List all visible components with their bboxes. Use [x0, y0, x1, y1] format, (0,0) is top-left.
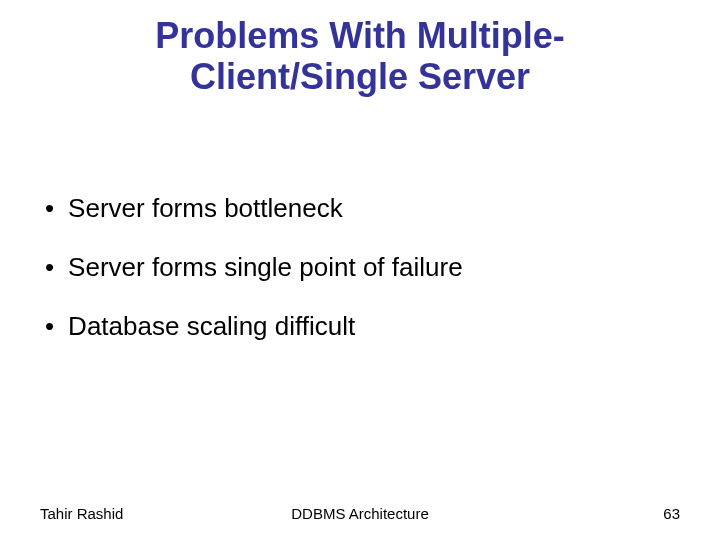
- bullet-text: Database scaling difficult: [68, 311, 355, 342]
- footer-page-number: 63: [663, 505, 680, 522]
- bullet-icon: •: [45, 311, 54, 342]
- slide-footer: Tahir Rashid DDBMS Architecture 63: [0, 505, 720, 522]
- list-item: • Server forms single point of failure: [45, 252, 680, 283]
- slide-container: Problems With Multiple-Client/Single Ser…: [0, 0, 720, 540]
- bullet-icon: •: [45, 252, 54, 283]
- bullet-text: Server forms bottleneck: [68, 193, 343, 224]
- bullet-list: • Server forms bottleneck • Server forms…: [40, 193, 680, 371]
- list-item: • Server forms bottleneck: [45, 193, 680, 224]
- list-item: • Database scaling difficult: [45, 311, 680, 342]
- footer-author: Tahir Rashid: [40, 505, 123, 522]
- footer-topic: DDBMS Architecture: [291, 505, 429, 522]
- slide-title: Problems With Multiple-Client/Single Ser…: [40, 15, 680, 98]
- bullet-icon: •: [45, 193, 54, 224]
- bullet-text: Server forms single point of failure: [68, 252, 463, 283]
